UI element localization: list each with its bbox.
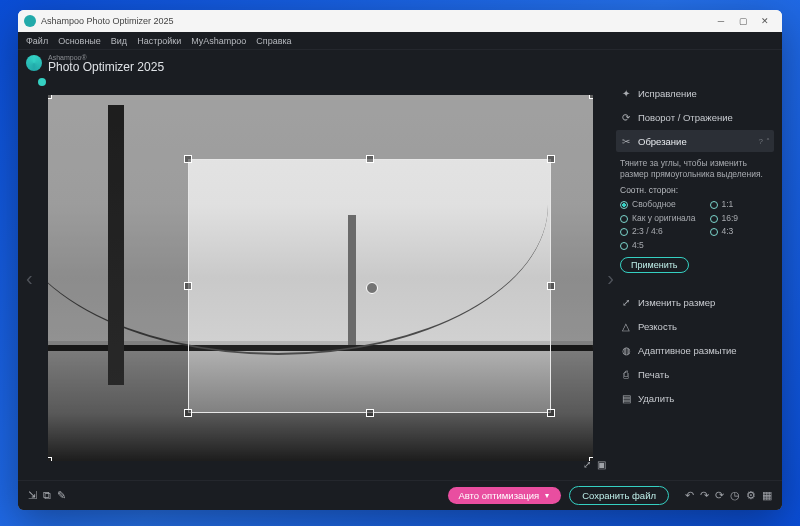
brush-icon[interactable]: ✎ [57,489,66,502]
ratio-43[interactable]: 4:3 [710,226,739,237]
menu-settings[interactable]: Настройки [137,36,181,46]
tool-print-label: Печать [638,369,669,380]
crop-handle-center[interactable] [366,282,378,294]
history-icon[interactable]: ⟳ [715,489,724,502]
crop-handle-se[interactable] [547,409,555,417]
close-button[interactable]: ✕ [754,13,776,29]
zoom-slider-handle[interactable] [38,78,46,86]
crop-handle-nw[interactable] [184,155,192,163]
menu-file[interactable]: Файл [26,36,48,46]
collapse-icon[interactable]: ˄ [766,137,770,146]
crop-options-panel: Тяните за углы, чтобы изменить размер пр… [616,154,774,289]
print-icon: ⎙ [620,369,632,380]
gear-icon[interactable]: ⚙ [746,489,756,502]
delete-icon: ▤ [620,393,632,404]
next-image-button[interactable]: › [607,267,614,290]
tool-sharpen[interactable]: △ Резкость [616,315,774,337]
prev-image-button[interactable]: ‹ [26,267,33,290]
redo-icon[interactable]: ↷ [700,489,709,502]
right-panel: ✦ Исправление ⟳ Поворот / Отражение ✂ Об… [610,76,782,480]
crop-hint: Тяните за углы, чтобы изменить размер пр… [620,158,770,181]
app-body: Файл Основные Вид Настройки MyAshampoo С… [18,32,782,510]
help-icon[interactable]: ? [759,137,763,146]
image-handle-sw[interactable] [48,457,52,461]
resize-icon: ⤢ [620,297,632,308]
brand-logo-icon [26,55,42,71]
ratio-original[interactable]: Как у оригинала [620,213,696,224]
tool-delete[interactable]: ▤ Удалить [616,387,774,409]
ratio-23-46[interactable]: 2:3 / 4:6 [620,226,696,237]
canvas-area: ‹ › [30,82,610,474]
tool-sharpen-label: Резкость [638,321,677,332]
crop-handle-w[interactable] [184,282,192,290]
tool-rotate-label: Поворот / Отражение [638,112,733,123]
tool-resize[interactable]: ⤢ Изменить размер [616,291,774,313]
tool-blur[interactable]: ◍ Адаптивное размытие [616,339,774,361]
save-file-button[interactable]: Сохранить файл [569,486,669,505]
brand-product: Photo Optimizer 2025 [48,61,164,73]
tool-delete-label: Удалить [638,393,674,404]
tool-resize-label: Изменить размер [638,297,715,308]
tool-crop-label: Обрезание [638,136,687,147]
app-window: Ashampoo Photo Optimizer 2025 ─ ▢ ✕ Файл… [18,10,782,510]
menubar: Файл Основные Вид Настройки MyAshampoo С… [18,32,782,50]
menu-myashampoo[interactable]: MyAshampoo [191,36,246,46]
image-handle-nw[interactable] [48,95,52,99]
image-handle-ne[interactable] [589,95,593,99]
magic-wand-icon: ✦ [620,88,632,99]
sharpen-icon: △ [620,321,632,332]
apply-crop-button[interactable]: Применить [620,257,689,273]
grid-icon[interactable]: ▦ [762,489,772,502]
tool-fix[interactable]: ✦ Исправление [616,82,774,104]
minimize-button[interactable]: ─ [710,13,732,29]
bottom-bar: ⇲ ⧉ ✎ Авто оптимизация ▾ Сохранить файл … [18,480,782,510]
titlebar: Ashampoo Photo Optimizer 2025 ─ ▢ ✕ [18,10,782,32]
menu-help[interactable]: Справка [256,36,291,46]
chevron-down-icon: ▾ [545,491,549,500]
fit-screen-icon[interactable]: ⤢ [583,459,591,470]
tool-blur-label: Адаптивное размытие [638,345,737,356]
blur-icon: ◍ [620,345,632,356]
auto-optimize-button[interactable]: Авто оптимизация ▾ [448,487,561,504]
ratio-45[interactable]: 4:5 [620,240,696,251]
image-canvas[interactable] [48,95,593,461]
undo-icon[interactable]: ↶ [685,489,694,502]
auto-optimize-label: Авто оптимизация [458,490,539,501]
tool-crop[interactable]: ✂ Обрезание ? ˄ [616,130,774,152]
crop-handle-sw[interactable] [184,409,192,417]
copy-icon[interactable]: ⧉ [43,489,51,502]
content-area: ‹ › [18,76,782,480]
tool-print[interactable]: ⎙ Печать [616,363,774,385]
window-title: Ashampoo Photo Optimizer 2025 [41,16,710,26]
rotate-icon: ⟳ [620,112,632,123]
menu-view[interactable]: Вид [111,36,127,46]
crop-overlay[interactable] [48,95,593,461]
app-icon [24,15,36,27]
ratio-free[interactable]: Свободное [620,199,696,210]
crop-handle-ne[interactable] [547,155,555,163]
import-icon[interactable]: ⇲ [28,489,37,502]
brand-row: Ashampoo® Photo Optimizer 2025 [18,50,782,76]
ratio-caption: Соотн. сторон: [620,185,770,196]
crop-handle-s[interactable] [366,409,374,417]
maximize-button[interactable]: ▢ [732,13,754,29]
ratio-169[interactable]: 16:9 [710,213,739,224]
timer-icon[interactable]: ◷ [730,489,740,502]
crop-icon: ✂ [620,136,632,147]
ratio-11[interactable]: 1:1 [710,199,739,210]
menu-main[interactable]: Основные [58,36,101,46]
crop-handle-n[interactable] [366,155,374,163]
compare-toggle-icon[interactable]: ▣ [597,459,606,470]
tool-rotate[interactable]: ⟳ Поворот / Отражение [616,106,774,128]
tool-fix-label: Исправление [638,88,697,99]
crop-handle-e[interactable] [547,282,555,290]
